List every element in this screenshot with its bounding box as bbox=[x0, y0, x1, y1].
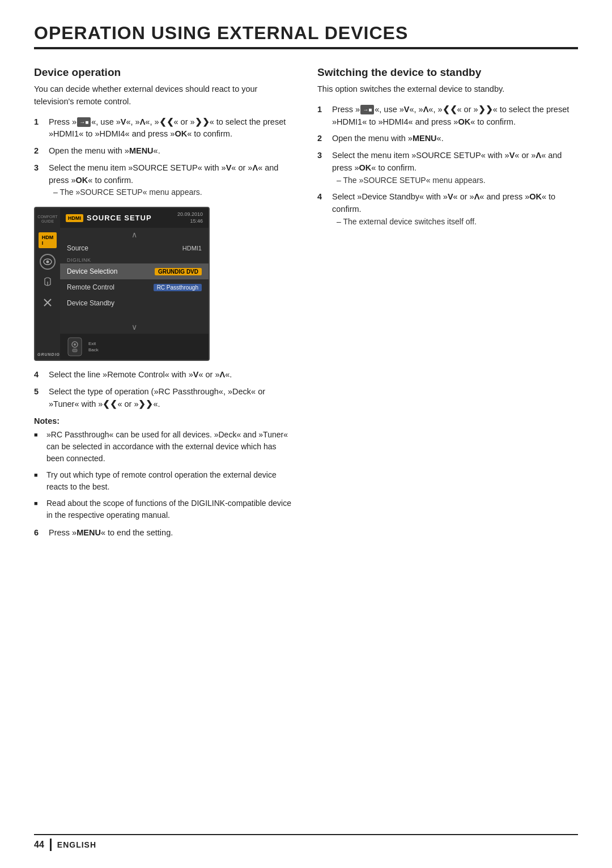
tv-device-selection-row: Device Selection GRUNDIG DVD bbox=[60, 263, 209, 279]
right-step-4-subnote: – The external device switches itself of… bbox=[337, 217, 477, 226]
step-6: 6 Press »MENU« to end the setting. bbox=[34, 527, 295, 539]
right-step-4: 4 Select »Device Standby« with »V« or »Λ… bbox=[317, 191, 578, 228]
svg-point-1 bbox=[46, 260, 49, 263]
page-number: 44 bbox=[34, 839, 52, 851]
notes-title: Notes: bbox=[34, 416, 295, 426]
step-4-content: Select the line »Remote Control« with »V… bbox=[49, 369, 295, 381]
tv-header-left: HDMI SOURCE SETUP bbox=[66, 214, 152, 222]
remote-control-graphic bbox=[66, 337, 84, 357]
left-steps-cont: 4 Select the line »Remote Control« with … bbox=[34, 369, 295, 410]
tv-device-selection-label: Device Selection bbox=[67, 267, 117, 275]
tv-time: 15:46 bbox=[177, 218, 203, 225]
right-step-3-num: 3 bbox=[317, 150, 328, 186]
svg-rect-8 bbox=[73, 349, 77, 352]
step-2-content: Open the menu with »MENU«. bbox=[49, 145, 295, 158]
page-title: OPERATION USING EXTERNAL DEVICES bbox=[34, 23, 578, 49]
tools-icon bbox=[42, 297, 53, 311]
tv-source-label: Source bbox=[67, 244, 88, 252]
right-column: Switching the device to standby This opt… bbox=[317, 66, 578, 543]
tv-bottom-labels: Exit Back bbox=[88, 341, 99, 352]
step-1: 1 Press »→■«, use »V«, »Λ«, »❮❮« or »❯❯«… bbox=[34, 116, 295, 141]
left-steps: 1 Press »→■«, use »V«, »Λ«, »❮❮« or »❯❯«… bbox=[34, 116, 295, 199]
step-3-subnote: – The »SOURCE SETUP« menu appears. bbox=[53, 188, 202, 197]
tv-standby-label: Device Standby bbox=[67, 299, 114, 307]
tv-back-label: Back bbox=[88, 347, 99, 352]
right-step-1-content: Press »→■«, use »V«, »Λ«, »❮❮« or »❯❯« t… bbox=[332, 104, 578, 129]
step-2: 2 Open the menu with »MENU«. bbox=[34, 145, 295, 158]
tv-date: 20.09.2010 bbox=[177, 211, 203, 218]
svg-point-7 bbox=[74, 343, 76, 346]
tv-remote-value: RC Passthrough bbox=[154, 284, 202, 291]
right-step-1-num: 1 bbox=[317, 104, 328, 129]
source-button-icon: →■ bbox=[77, 117, 91, 127]
tv-arrow-down: ∨ bbox=[60, 321, 209, 334]
step-5-content: Select the type of operation (»RC Passth… bbox=[49, 386, 295, 411]
comfort-guide-label: COMFORTGUIDE bbox=[37, 215, 57, 224]
step-5: 5 Select the type of operation (»RC Pass… bbox=[34, 386, 295, 411]
page-language: ENGLISH bbox=[57, 840, 96, 849]
tv-source-value: HDMI1 bbox=[182, 245, 202, 252]
tv-header-title: SOURCE SETUP bbox=[87, 214, 152, 222]
right-steps: 1 Press »→■«, use »V«, »Λ«, »❮❮« or »❯❯«… bbox=[317, 104, 578, 228]
step-3-content: Select the menu item »SOURCE SETUP« with… bbox=[49, 162, 295, 199]
note-2-bullet: ■ bbox=[34, 470, 42, 493]
right-step-3: 3 Select the menu item »SOURCE SETUP« wi… bbox=[317, 150, 578, 186]
tv-screen-mockup: COMFORTGUIDE HDMI GRUNDIG bbox=[34, 207, 210, 361]
note-3-bullet: ■ bbox=[34, 499, 42, 521]
step-2-num: 2 bbox=[34, 145, 44, 158]
step-1-num: 1 bbox=[34, 116, 44, 141]
step-3-num: 3 bbox=[34, 162, 44, 199]
note-3: ■ Read about the scope of functions of t… bbox=[34, 497, 295, 521]
step-4: 4 Select the line »Remote Control« with … bbox=[34, 369, 295, 381]
step-1-content: Press »→■«, use »V«, »Λ«, »❮❮« or »❯❯« t… bbox=[49, 116, 295, 141]
note-3-text: Read about the scope of functions of the… bbox=[46, 497, 295, 521]
grundig-brand-label: GRUNDIG bbox=[37, 352, 60, 356]
page-footer: 44 ENGLISH bbox=[34, 834, 578, 851]
tv-remote-control-row: Remote Control RC Passthrough bbox=[60, 279, 209, 295]
note-1-text: »RC Passthrough« can be used for all dev… bbox=[46, 429, 295, 465]
step-4-num: 4 bbox=[34, 369, 44, 381]
hdmi-icon: HDMI bbox=[39, 232, 57, 248]
eye-icon bbox=[40, 254, 56, 270]
right-step-3-content: Select the menu item »SOURCE SETUP« with… bbox=[332, 150, 578, 186]
tv-bottom-bar: Exit Back bbox=[60, 334, 209, 360]
note-1-bullet: ■ bbox=[34, 430, 42, 465]
tv-header: HDMI SOURCE SETUP 20.09.2010 15:46 bbox=[60, 208, 209, 228]
right-step-2: 2 Open the menu with »MENU«. bbox=[317, 133, 578, 145]
step-6-num: 6 bbox=[34, 527, 44, 539]
tv-arrow-up: ∧ bbox=[60, 228, 209, 240]
note-2-text: Try out which type of remote control ope… bbox=[46, 469, 295, 493]
right-step-2-content: Open the menu with »MENU«. bbox=[332, 133, 578, 145]
step-3: 3 Select the menu item »SOURCE SETUP« wi… bbox=[34, 162, 295, 199]
left-intro: You can decide whether external devices … bbox=[34, 83, 295, 108]
note-1: ■ »RC Passthrough« can be used for all d… bbox=[34, 429, 295, 465]
source-button-icon-r: →■ bbox=[360, 105, 374, 114]
tv-menu: HDMI SOURCE SETUP 20.09.2010 15:46 ∧ Sou… bbox=[60, 208, 209, 360]
notes-section: Notes: ■ »RC Passthrough« can be used fo… bbox=[34, 416, 295, 521]
note-2: ■ Try out which type of remote control o… bbox=[34, 469, 295, 493]
step-6-content: Press »MENU« to end the setting. bbox=[49, 527, 295, 539]
left-steps-final: 6 Press »MENU« to end the setting. bbox=[34, 527, 295, 539]
tv-exit-label: Exit bbox=[88, 341, 99, 346]
tv-left-icons: COMFORTGUIDE HDMI GRUNDIG bbox=[35, 208, 60, 360]
hdmi-badge: HDMI bbox=[66, 214, 83, 222]
tv-digilink-label: DIGILINK bbox=[60, 256, 209, 263]
right-step-4-content: Select »Device Standby« with »V« or »Λ« … bbox=[332, 191, 578, 228]
svg-rect-5 bbox=[68, 338, 82, 356]
tv-header-time: 20.09.2010 15:46 bbox=[177, 211, 203, 224]
tv-device-selection-value: GRUNDIG DVD bbox=[155, 268, 202, 275]
left-column: Device operation You can decide whether … bbox=[34, 66, 295, 543]
tv-spacer bbox=[60, 311, 209, 321]
right-intro: This option switches the external device… bbox=[317, 83, 578, 96]
audio-icon bbox=[41, 275, 54, 291]
step-5-num: 5 bbox=[34, 386, 44, 411]
right-step-3-subnote: – The »SOURCE SETUP« menu appears. bbox=[337, 176, 486, 185]
tv-device-standby-row: Device Standby bbox=[60, 295, 209, 311]
right-step-2-num: 2 bbox=[317, 133, 328, 145]
right-step-4-num: 4 bbox=[317, 191, 328, 228]
right-step-1: 1 Press »→■«, use »V«, »Λ«, »❮❮« or »❯❯«… bbox=[317, 104, 578, 129]
left-heading: Device operation bbox=[34, 66, 295, 79]
right-heading: Switching the device to standby bbox=[317, 66, 578, 79]
tv-source-row: Source HDMI1 bbox=[60, 240, 209, 256]
tv-remote-label: Remote Control bbox=[67, 283, 114, 291]
